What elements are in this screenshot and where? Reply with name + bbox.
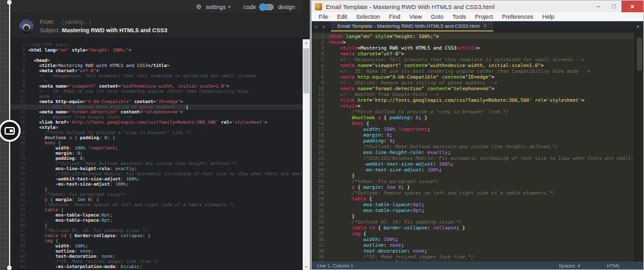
line-number: 30 (312, 202, 328, 207)
line-number: 24 (10, 161, 28, 166)
editor-scrollbar[interactable] (634, 32, 643, 262)
code-line-content: <meta name="viewport" content="width=dev… (328, 63, 634, 68)
code-line: 12 <meta http-equiv="X-UA-Compatible" co… (10, 99, 303, 104)
line-number: 3 (312, 45, 328, 51)
code-token: <meta (340, 51, 355, 57)
tab-next-icon[interactable]: ► (320, 21, 328, 32)
preview-scrollbar[interactable]: ▲ ▼ (303, 39, 310, 270)
menu-project[interactable]: Project (470, 14, 497, 20)
menu-tools[interactable]: Tools (448, 14, 470, 20)
code-token: > (129, 48, 131, 53)
code-token: img (352, 231, 361, 236)
code-design-toggle[interactable] (260, 4, 274, 10)
tab-prev-icon[interactable]: ◄ (312, 21, 320, 32)
code-token: { (50, 197, 53, 202)
tab-close-icon[interactable]: × (484, 23, 487, 29)
code-token: { (75, 135, 77, 140)
code-line: 1<html lang="en" style="height: 100%;"> (312, 34, 634, 39)
editor-code-area[interactable]: 1<html lang="en" style="height: 100%;">2… (312, 32, 634, 262)
window-titlebar[interactable]: Email Template - Mastering RWD With HTML… (312, 1, 643, 12)
code-token: } (44, 223, 47, 228)
code-token: { (357, 184, 361, 190)
code-line: 21 width: 100% !important; (10, 146, 303, 151)
code-token: collapse (120, 233, 142, 238)
divider-knob-top[interactable] (7, 0, 12, 5)
minimize-button[interactable]: – (591, 1, 606, 12)
scrollbar-track[interactable] (303, 46, 310, 264)
menu-edit[interactable]: Edit (333, 14, 352, 20)
line-number: 12 (10, 99, 28, 104)
scrollbar-thumb[interactable] (303, 48, 309, 93)
menu-file[interactable]: File (314, 14, 333, 20)
code-line: 29 } (10, 187, 303, 192)
code-line-content: body { (28, 140, 303, 146)
preview-resize-divider[interactable] (9, 0, 10, 270)
menu-view[interactable]: View (405, 14, 426, 20)
indent-setting[interactable]: Spaces: 4 (558, 263, 580, 269)
code-line-content: <!-- IE: Make IE use its best rendering … (28, 89, 303, 94)
line-number: 34 (312, 225, 328, 231)
line-number: 5 (312, 57, 328, 63)
code-token: ; (113, 254, 115, 259)
design-mode-label[interactable]: design (278, 4, 295, 10)
line-number: 28 (312, 190, 328, 196)
code-line: 12 <link href='http://fonts.googleapis.c… (312, 97, 634, 103)
menu-help[interactable]: Help (538, 14, 559, 20)
code-line-content: } (328, 213, 634, 219)
code-token: : (384, 242, 387, 248)
menu-preferences[interactable]: Preferences (497, 14, 538, 20)
code-token: exactly (428, 149, 448, 155)
email-header: From: ( parsing... ) Subject: Mastering … (10, 14, 303, 39)
tab-overflow-icon[interactable]: ▼ (636, 21, 643, 32)
code-token: /*Outlook: Make Outlook maintain any cus… (28, 161, 238, 166)
code-line: 13 <!-- OSX/iOS: Remove auto styling of … (10, 104, 303, 110)
code-token: -ms-interpolation-mode (55, 264, 115, 269)
code-token: > (401, 51, 404, 57)
line-number: 3 (10, 53, 28, 58)
code-token: > (541, 63, 544, 68)
line-number: 24 (312, 167, 328, 173)
code-token: 100% (384, 126, 395, 132)
toggle-knob[interactable] (259, 3, 267, 11)
code-token: : (109, 182, 112, 187)
code-token: > (582, 97, 585, 103)
menu-selection[interactable]: Selection (352, 14, 384, 20)
code-mode-label[interactable]: code (243, 4, 256, 10)
code-line-content: --> (28, 79, 303, 84)
code-token: -webkit-text-size-adjust (55, 177, 120, 182)
menu-goto[interactable]: Goto (426, 14, 448, 20)
maximize-button[interactable]: □ (606, 1, 621, 12)
email-source-code[interactable]: 1<!DOCTYPE html>2<html lang="en" style="… (10, 39, 303, 270)
code-token: none (390, 242, 401, 248)
code-line: 33 table { (10, 207, 303, 213)
code-token: <!-- IE: Make IE use its best rendering … (28, 89, 248, 94)
code-line: 8 --> (10, 79, 303, 84)
code-token: padding (390, 115, 410, 121)
editor-scrollbar-thumb[interactable] (637, 37, 642, 71)
tab-email-template[interactable]: Email Template - Mastering RWD With HTML… (331, 21, 493, 32)
line-number: 7 (312, 68, 328, 74)
code-token: "en" (58, 48, 69, 53)
code-line-content: width: 100% !important; (28, 146, 303, 151)
code-token: #outlook (44, 135, 66, 140)
scroll-up-icon[interactable]: ▲ (303, 39, 310, 46)
scroll-down-icon[interactable]: ▼ (303, 264, 310, 270)
code-token: : (120, 177, 123, 182)
settings-button[interactable]: settings (205, 4, 225, 10)
code-token: } (113, 135, 115, 140)
menu-find[interactable]: Find (384, 14, 405, 20)
close-button[interactable]: × (621, 1, 643, 12)
code-token: /*Outlook: Make Outlook maintain any cus… (328, 144, 558, 149)
syntax-mode[interactable]: HTML (607, 263, 620, 269)
code-line-content: table td { border-collapse: collapse; } (328, 225, 634, 231)
line-number: 15 (312, 115, 328, 121)
line-number: 22 (10, 151, 28, 156)
code-token: ; (428, 126, 431, 132)
line-number: 26 (10, 171, 28, 177)
code-token: "IE=edge" (156, 99, 180, 104)
code-token: http-equiv (55, 99, 82, 104)
code-line-content: -webkit-text-size-adjust: 100%; (328, 161, 634, 167)
divider-knob-bottom[interactable] (7, 265, 12, 270)
code-line: 11 <!-- Webfont from Google Fonts --> (312, 92, 634, 97)
tab-bar: ◄ ► Email Template - Mastering RWD With … (312, 21, 643, 32)
